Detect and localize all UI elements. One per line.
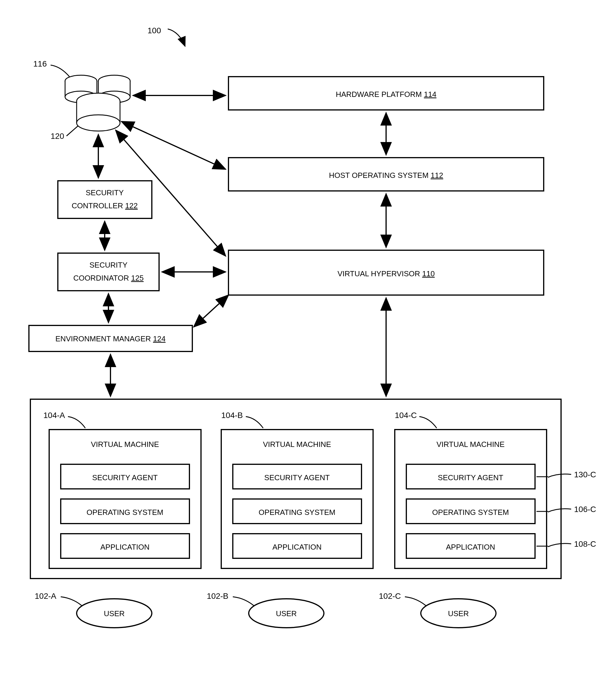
vm-b-title: VIRTUAL MACHINE [263, 440, 331, 449]
vm-c-os-label: OPERATING SYSTEM [432, 508, 509, 517]
vm-a-title: VIRTUAL MACHINE [91, 440, 159, 449]
ref-100-label: 100 [147, 26, 161, 35]
security-coordinator-box [58, 253, 159, 291]
user-a-label: USER [104, 609, 125, 618]
architecture-diagram: 100 116 120 HARDWARE PLATFORM 114 [0, 0, 616, 674]
vm-a-group: 104-A VIRTUAL MACHINE SECURITY AGENT OPE… [43, 411, 201, 568]
host-os-label: HOST OPERATING SYSTEM 112 [329, 171, 443, 180]
vm-b-group: 104-B VIRTUAL MACHINE SECURITY AGENT OPE… [221, 411, 373, 568]
arrow-envmgr-hypervisor [194, 295, 229, 327]
security-controller-label: SECURITY [86, 188, 123, 197]
ref-120-leader [67, 126, 78, 136]
ref-100-arrow [168, 29, 185, 46]
ref-116-label: 116 [33, 59, 47, 68]
ref-102c-label: 102-C [379, 591, 401, 600]
vm-b-os-label: OPERATING SYSTEM [259, 508, 335, 517]
ref-104c-label: 104-C [395, 411, 417, 420]
security-coordinator-label: SECURITY [89, 261, 127, 269]
ref-130c-label: 130-C [574, 470, 596, 479]
user-c-label: USER [448, 609, 469, 618]
ref-102c-leader [405, 597, 428, 607]
database-cluster-icon [65, 75, 130, 131]
ref-102a-label: 102-A [35, 591, 56, 600]
vm-c-security-agent-label: SECURITY AGENT [438, 473, 503, 482]
hardware-platform-label: HARDWARE PLATFORM 114 [336, 90, 437, 99]
vm-b-app-label: APPLICATION [272, 543, 322, 551]
vm-a-security-agent-label: SECURITY AGENT [92, 473, 158, 482]
user-b-label: USER [276, 609, 297, 618]
ref-120-label: 120 [50, 132, 64, 141]
ref-116-leader [50, 65, 70, 77]
ref-104a-label: 104-A [43, 411, 65, 420]
ref-102a-leader [61, 597, 84, 607]
security-coordinator-label2: COORDINATOR 125 [73, 274, 143, 282]
svg-point-16 [77, 115, 120, 131]
vm-a-app-label: APPLICATION [100, 543, 149, 551]
vm-c-title: VIRTUAL MACHINE [437, 440, 505, 449]
vm-c-app-label: APPLICATION [446, 543, 495, 551]
ref-108c-label: 108-C [574, 540, 596, 548]
vm-c-group: 104-C VIRTUAL MACHINE SECURITY AGENT OPE… [395, 411, 546, 568]
security-controller-label2: CONTROLLER 122 [72, 201, 138, 210]
ref-102b-leader [233, 597, 256, 607]
ref-106c-label: 106-C [574, 505, 596, 514]
environment-manager-label: ENVIRONMENT MANAGER 124 [55, 334, 166, 343]
virtual-hypervisor-label: VIRTUAL HYPERVISOR 110 [338, 269, 435, 278]
vm-b-security-agent-label: SECURITY AGENT [264, 473, 330, 482]
ref-104b-label: 104-B [221, 411, 243, 420]
ref-102b-label: 102-B [207, 591, 229, 600]
vm-a-os-label: OPERATING SYSTEM [87, 508, 163, 517]
security-controller-box [58, 181, 152, 218]
arrow-db-hostos [121, 121, 226, 169]
